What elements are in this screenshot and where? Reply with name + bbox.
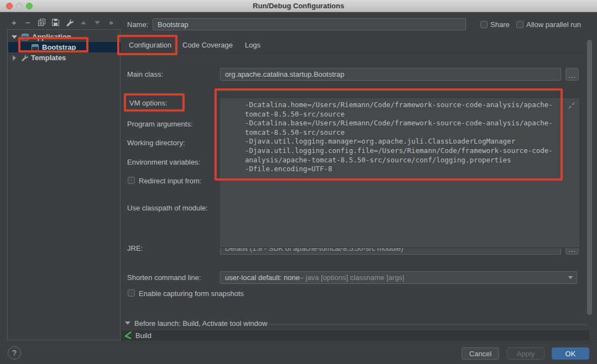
remove-icon[interactable]: − bbox=[21, 17, 35, 29]
footer-separator bbox=[0, 342, 597, 343]
dropdown-arrow-icon[interactable] bbox=[568, 276, 573, 279]
tree-item-label: Bootstrap bbox=[42, 43, 76, 51]
cancel-button[interactable]: Cancel bbox=[462, 347, 499, 360]
before-launch-separator bbox=[268, 324, 587, 325]
before-launch-label: Before launch: Build, Activate tool wind… bbox=[134, 319, 268, 328]
copy-icon[interactable] bbox=[35, 17, 49, 29]
move-up-icon[interactable] bbox=[76, 17, 90, 29]
vm-options-text[interactable]: -Dcatalina.home=/Users/Riemann/Code/fram… bbox=[245, 101, 553, 174]
vm-options-editor-popup[interactable]: -Dcatalina.home=/Users/Riemann/Code/fram… bbox=[219, 97, 580, 248]
application-icon bbox=[22, 34, 29, 40]
working-directory-label: Working directory: bbox=[127, 139, 185, 147]
form-snapshots-checkbox[interactable] bbox=[128, 289, 135, 297]
redirect-input-label: Redirect input from: bbox=[139, 177, 201, 185]
tab-code-coverage[interactable]: Code Coverage bbox=[182, 39, 233, 51]
build-task-label: Build bbox=[135, 331, 151, 340]
jre-label: JRE: bbox=[127, 244, 143, 252]
ok-button[interactable]: OK bbox=[552, 347, 589, 360]
share-label: Share bbox=[490, 20, 510, 29]
move-down-icon[interactable] bbox=[90, 17, 104, 29]
tree-item-application[interactable]: Application bbox=[8, 31, 121, 42]
save-icon[interactable] bbox=[49, 17, 62, 29]
tree-item-label: Application bbox=[32, 33, 71, 41]
vertical-scrollbar[interactable] bbox=[587, 40, 592, 315]
window-title: Run/Debug Configurations bbox=[253, 2, 344, 10]
before-launch-collapse-icon[interactable] bbox=[125, 321, 130, 325]
form-snapshots-label: Enable capturing form snapshots bbox=[139, 289, 244, 298]
apply-button: Apply bbox=[507, 347, 544, 360]
main-class-field[interactable]: org.apache.catalina.startup.Bootstrap bbox=[220, 68, 561, 81]
titlebar: Run/Debug Configurations bbox=[0, 0, 597, 12]
tab-configuration[interactable]: Configuration bbox=[129, 39, 171, 51]
redirect-input-checkbox[interactable] bbox=[128, 177, 135, 184]
run-debug-configurations-dialog: Run/Debug Configurations + − » Applicati… bbox=[0, 0, 597, 364]
build-icon bbox=[124, 331, 132, 340]
shorten-hint: – java [options] classname [args] bbox=[300, 273, 404, 282]
allow-parallel-run-checkbox[interactable] bbox=[516, 21, 523, 28]
minimize-window-icon bbox=[16, 3, 23, 9]
main-class-browse-button[interactable]: ... bbox=[565, 68, 579, 81]
chevron-down-icon[interactable] bbox=[12, 35, 17, 39]
chevron-right-icon[interactable] bbox=[13, 55, 16, 61]
program-arguments-label: Program arguments: bbox=[127, 120, 193, 128]
application-icon bbox=[32, 44, 39, 51]
tree-item-bootstrap[interactable]: Bootstrap bbox=[8, 42, 121, 52]
environment-variables-label: Environment variables: bbox=[127, 158, 200, 166]
name-input[interactable] bbox=[153, 18, 466, 30]
shorten-command-line-label: Shorten command line: bbox=[127, 273, 201, 282]
collapse-icon[interactable] bbox=[568, 102, 575, 109]
before-launch-task-build[interactable]: Build bbox=[121, 330, 589, 341]
help-button[interactable]: ? bbox=[8, 346, 21, 360]
close-window-icon[interactable] bbox=[6, 3, 13, 9]
edit-templates-wrench-icon[interactable] bbox=[62, 17, 76, 29]
shorten-command-line-select[interactable]: user-local default: none – java [options… bbox=[220, 271, 577, 284]
tabs-separator bbox=[124, 53, 584, 54]
tree-item-templates[interactable]: Templates bbox=[8, 52, 121, 63]
tree-item-label: Templates bbox=[31, 54, 66, 62]
add-icon[interactable]: + bbox=[7, 17, 21, 29]
share-checkbox[interactable] bbox=[480, 21, 488, 28]
zoom-window-icon[interactable] bbox=[26, 3, 33, 9]
configurations-tree-panel: Application Bootstrap Templates bbox=[7, 29, 121, 340]
main-class-label: Main class: bbox=[127, 70, 163, 78]
tab-logs[interactable]: Logs bbox=[245, 39, 260, 51]
configurations-toolbar: + − » bbox=[7, 15, 121, 29]
name-label: Name: bbox=[127, 20, 148, 29]
wrench-icon bbox=[21, 54, 28, 61]
shorten-value: user-local default: none bbox=[225, 273, 300, 282]
vm-options-label: VM options: bbox=[129, 99, 167, 107]
more-icon[interactable]: » bbox=[104, 17, 118, 29]
use-classpath-label: Use classpath of module: bbox=[127, 204, 208, 212]
allow-parallel-run-label: Allow parallel run bbox=[526, 20, 581, 29]
